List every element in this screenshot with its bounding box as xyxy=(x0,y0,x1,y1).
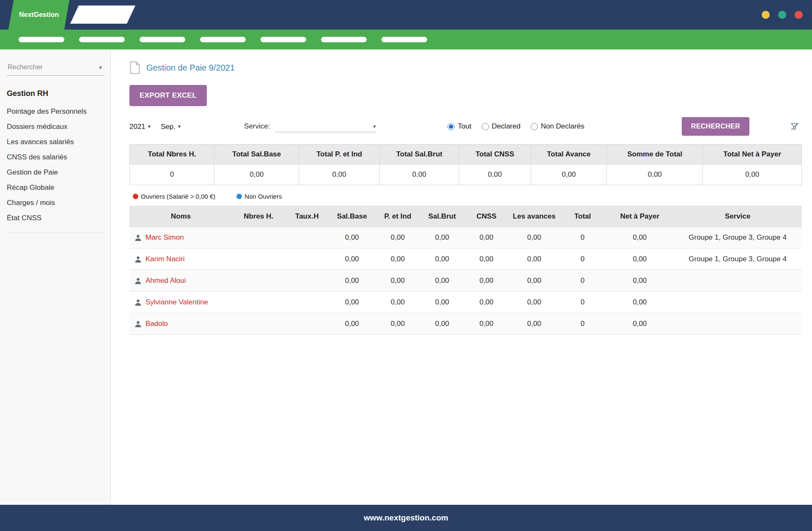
employee-name-link[interactable]: Badolo xyxy=(145,320,168,328)
value-cell: 0,00 xyxy=(375,292,420,313)
value-cell: 0 xyxy=(559,313,606,335)
sidebar-item[interactable]: Récap Globale xyxy=(7,180,104,195)
summary-value-row: 00,000,000,000,000,000,000,00 xyxy=(130,164,802,185)
summary-value-cell: 0,00 xyxy=(607,164,703,185)
table-row: Marc Simon0,000,000,000,000,0000,00Group… xyxy=(129,227,802,249)
radio-input[interactable] xyxy=(447,123,455,130)
window-button-green[interactable] xyxy=(778,11,786,19)
value-cell: 0 xyxy=(559,292,606,313)
radio-group: ToutDeclaredNon Declarés xyxy=(447,122,584,131)
value-cell: 0,00 xyxy=(375,313,420,335)
sidebar-item[interactable]: Les avances salariés xyxy=(7,134,104,150)
sidebar-item[interactable]: Pointage des Personnels xyxy=(7,104,104,119)
value-cell xyxy=(232,227,285,249)
value-cell: 0,00 xyxy=(606,292,673,313)
sidebar-menu: Pointage des PersonnelsDossiers médicaux… xyxy=(7,104,104,226)
footer-link[interactable]: www.nextgestion.com xyxy=(364,513,448,523)
value-cell: 0 xyxy=(559,249,606,270)
legend-dot-icon xyxy=(133,194,138,199)
name-cell: Badolo xyxy=(129,313,232,335)
value-cell: 0,00 xyxy=(329,270,375,292)
employee-name-link[interactable]: Marc Simon xyxy=(145,233,184,241)
summary-header-cell: Somme de Total xyxy=(607,145,703,164)
sidebar-item[interactable]: Dossiers médicaux xyxy=(7,119,104,134)
year-select-wrap: 2021 ▾ xyxy=(129,123,151,131)
employee-name-link[interactable]: Karim Naciri xyxy=(145,255,185,263)
month-select[interactable]: Sep. xyxy=(161,123,176,131)
brand-name: NextGestion xyxy=(19,11,59,19)
legend-item: Ouvriers (Salarié > 0,00 €) xyxy=(133,193,215,200)
nav-item-placeholder[interactable] xyxy=(321,37,367,42)
employee-name-link[interactable]: Ahmed Aloui xyxy=(145,276,186,285)
nav-item-placeholder[interactable] xyxy=(381,37,427,42)
chevron-down-icon: ▾ xyxy=(148,123,151,129)
value-cell xyxy=(232,270,285,292)
export-excel-button[interactable]: EXPORT EXCEL xyxy=(129,85,207,106)
sidebar-search-input[interactable] xyxy=(7,60,99,74)
value-cell: 0,00 xyxy=(420,270,464,292)
chevron-down-icon: ▾ xyxy=(99,64,104,71)
window-button-yellow[interactable] xyxy=(762,11,770,19)
service-cell xyxy=(673,313,802,335)
value-cell: 0,00 xyxy=(509,270,559,292)
service-select[interactable]: ▾ xyxy=(275,120,376,132)
name-cell: Karim Naciri xyxy=(129,249,232,270)
summary-table: Total Nbres H.Total Sal.BaseTotal P. et … xyxy=(129,144,802,185)
service-cell xyxy=(673,270,802,292)
value-cell: 0,00 xyxy=(420,227,464,249)
sidebar-item[interactable]: CNSS des salariés xyxy=(7,150,104,165)
value-cell: 0,00 xyxy=(509,227,559,249)
page-title: Gestion de Paie 9/2021 xyxy=(146,63,235,73)
radio-label: Non Declarés xyxy=(541,122,584,131)
column-header: Nbres H. xyxy=(232,206,285,227)
radio-option[interactable]: Tout xyxy=(447,122,471,131)
summary-value-cell: 0,00 xyxy=(299,164,380,185)
summary-value-cell: 0,00 xyxy=(214,164,299,185)
value-cell: 0,00 xyxy=(464,292,509,313)
summary-header-cell: Total Sal.Base xyxy=(214,145,299,164)
year-select[interactable]: 2021 xyxy=(129,123,145,131)
radio-input[interactable] xyxy=(482,123,489,130)
table-row: Karim Naciri0,000,000,000,000,0000,00Gro… xyxy=(129,249,802,270)
nav-item-placeholder[interactable] xyxy=(140,37,185,42)
sidebar-item[interactable]: Gestion de Paie xyxy=(7,165,104,180)
sidebar-item[interactable]: État CNSS xyxy=(7,211,104,226)
service-cell: Groupe 1, Groupe 3, Groupe 4 xyxy=(673,249,802,270)
chevron-down-icon: ▾ xyxy=(373,123,376,129)
footer: www.nextgestion.com xyxy=(0,505,812,531)
radio-input[interactable] xyxy=(531,123,538,130)
rechercher-button[interactable]: RECHERCHER xyxy=(682,117,749,136)
clear-filter-icon[interactable] xyxy=(790,122,799,131)
radio-option[interactable]: Declared xyxy=(482,122,521,131)
table-row: Ahmed Aloui0,000,000,000,000,0000,00 xyxy=(129,270,802,292)
payroll-body: Marc Simon0,000,000,000,000,0000,00Group… xyxy=(129,227,802,335)
radio-option[interactable]: Non Declarés xyxy=(531,122,584,131)
column-header: P. et Ind xyxy=(375,206,420,227)
value-cell xyxy=(285,292,329,313)
sidebar-item[interactable]: Charges / mois xyxy=(7,195,104,211)
brand-tab[interactable]: NextGestion xyxy=(8,0,69,30)
value-cell: 0,00 xyxy=(606,313,673,335)
legend-item: Non Ouvriers xyxy=(236,193,282,200)
value-cell: 0,00 xyxy=(464,249,509,270)
value-cell: 0,00 xyxy=(509,292,559,313)
legend-dot-icon xyxy=(236,194,242,199)
app: NextGestion ▾ Gestion RH Pointage des Pe… xyxy=(0,0,812,531)
nav-item-placeholder[interactable] xyxy=(79,37,125,42)
value-cell: 0,00 xyxy=(420,292,464,313)
value-cell xyxy=(285,227,329,249)
person-icon xyxy=(134,256,142,263)
nav-item-placeholder[interactable] xyxy=(261,37,306,42)
value-cell: 0 xyxy=(559,227,606,249)
summary-header-cell: Total Nbres H. xyxy=(130,145,214,164)
nav-item-placeholder[interactable] xyxy=(200,37,246,42)
name-cell: Sylvianne Valentine xyxy=(129,292,232,313)
value-cell: 0,00 xyxy=(329,313,375,335)
value-cell xyxy=(232,292,285,313)
legend-label: Non Ouvriers xyxy=(244,193,282,200)
window-button-red[interactable] xyxy=(795,11,803,19)
summary-header-cell: Total Net à Payer xyxy=(703,145,802,164)
service-label: Service: xyxy=(244,122,270,131)
employee-name-link[interactable]: Sylvianne Valentine xyxy=(145,298,208,306)
nav-item-placeholder[interactable] xyxy=(19,37,64,42)
